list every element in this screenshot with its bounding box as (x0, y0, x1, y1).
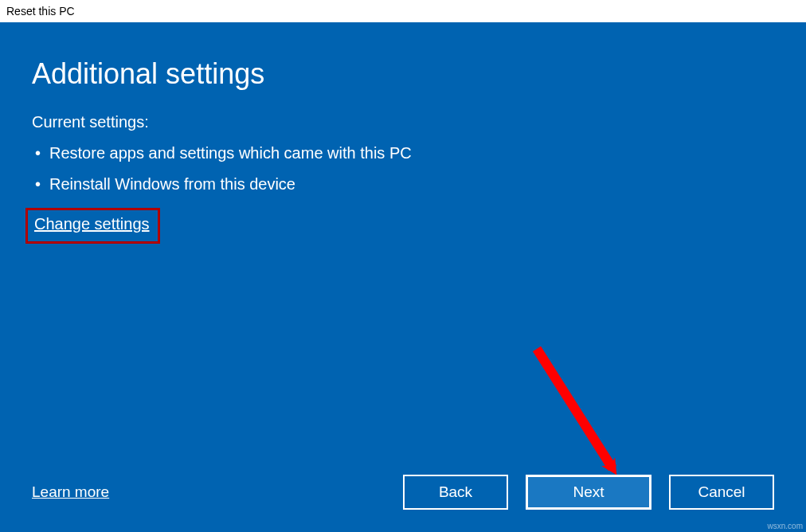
watermark: wsxn.com (768, 522, 803, 530)
current-settings-list: Restore apps and settings which came wit… (32, 144, 774, 194)
arrow-annotation-icon (521, 341, 648, 492)
wizard-body: Additional settings Current settings: Re… (0, 22, 806, 532)
svg-line-1 (537, 349, 612, 468)
cancel-button[interactable]: Cancel (669, 475, 774, 510)
list-item: Reinstall Windows from this device (32, 175, 774, 194)
page-heading: Additional settings (32, 57, 774, 91)
window-title: Reset this PC (6, 5, 75, 18)
next-button[interactable]: Next (526, 475, 651, 510)
list-item: Restore apps and settings which came wit… (32, 144, 774, 162)
title-bar: Reset this PC (0, 0, 806, 22)
learn-more-link[interactable]: Learn more (32, 483, 109, 501)
change-settings-link[interactable]: Change settings (34, 215, 150, 233)
current-settings-label: Current settings: (32, 113, 774, 131)
change-settings-highlight: Change settings (25, 208, 160, 244)
button-row: Back Next Cancel (403, 475, 774, 510)
wizard-footer: Learn more Back Next Cancel (32, 475, 774, 510)
back-button[interactable]: Back (403, 475, 508, 510)
